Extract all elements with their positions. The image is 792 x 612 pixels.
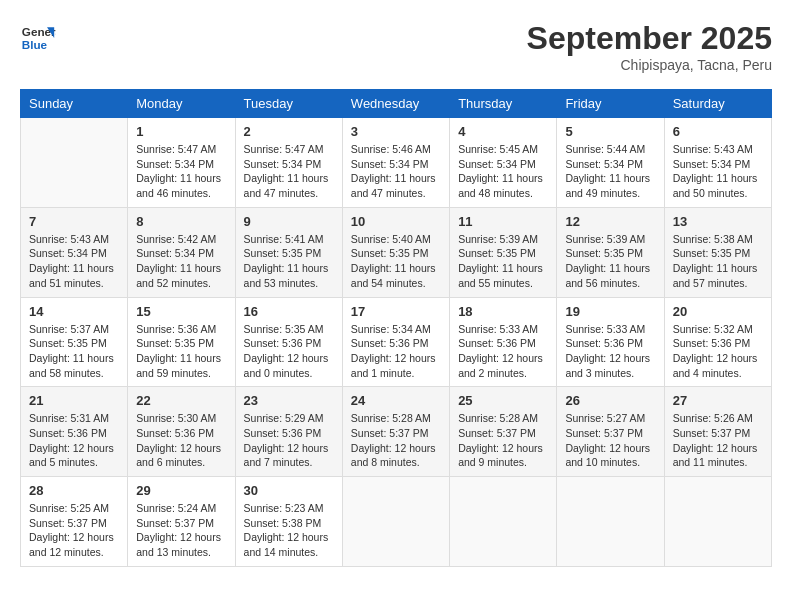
calendar-cell: 3Sunrise: 5:46 AM Sunset: 5:34 PM Daylig… [342,118,449,208]
calendar-cell [21,118,128,208]
calendar-cell: 7Sunrise: 5:43 AM Sunset: 5:34 PM Daylig… [21,207,128,297]
day-info: Sunrise: 5:31 AM Sunset: 5:36 PM Dayligh… [29,411,119,470]
day-number: 22 [136,393,226,408]
calendar-table: SundayMondayTuesdayWednesdayThursdayFrid… [20,89,772,567]
day-info: Sunrise: 5:27 AM Sunset: 5:37 PM Dayligh… [565,411,655,470]
day-info: Sunrise: 5:32 AM Sunset: 5:36 PM Dayligh… [673,322,763,381]
day-number: 30 [244,483,334,498]
day-number: 21 [29,393,119,408]
calendar-cell: 5Sunrise: 5:44 AM Sunset: 5:34 PM Daylig… [557,118,664,208]
weekday-header: Wednesday [342,90,449,118]
day-number: 28 [29,483,119,498]
day-info: Sunrise: 5:42 AM Sunset: 5:34 PM Dayligh… [136,232,226,291]
day-number: 8 [136,214,226,229]
calendar-cell: 30Sunrise: 5:23 AM Sunset: 5:38 PM Dayli… [235,477,342,567]
calendar-cell: 25Sunrise: 5:28 AM Sunset: 5:37 PM Dayli… [450,387,557,477]
day-number: 10 [351,214,441,229]
logo: General Blue [20,20,56,56]
calendar-cell [664,477,771,567]
calendar-cell: 15Sunrise: 5:36 AM Sunset: 5:35 PM Dayli… [128,297,235,387]
calendar-cell: 2Sunrise: 5:47 AM Sunset: 5:34 PM Daylig… [235,118,342,208]
calendar-cell: 12Sunrise: 5:39 AM Sunset: 5:35 PM Dayli… [557,207,664,297]
day-info: Sunrise: 5:33 AM Sunset: 5:36 PM Dayligh… [458,322,548,381]
day-number: 27 [673,393,763,408]
day-info: Sunrise: 5:35 AM Sunset: 5:36 PM Dayligh… [244,322,334,381]
day-info: Sunrise: 5:24 AM Sunset: 5:37 PM Dayligh… [136,501,226,560]
calendar-header-row: SundayMondayTuesdayWednesdayThursdayFrid… [21,90,772,118]
day-number: 16 [244,304,334,319]
weekday-header: Thursday [450,90,557,118]
calendar-cell: 10Sunrise: 5:40 AM Sunset: 5:35 PM Dayli… [342,207,449,297]
day-number: 26 [565,393,655,408]
weekday-header: Tuesday [235,90,342,118]
day-number: 19 [565,304,655,319]
day-info: Sunrise: 5:25 AM Sunset: 5:37 PM Dayligh… [29,501,119,560]
calendar-cell: 29Sunrise: 5:24 AM Sunset: 5:37 PM Dayli… [128,477,235,567]
day-number: 3 [351,124,441,139]
calendar-cell: 1Sunrise: 5:47 AM Sunset: 5:34 PM Daylig… [128,118,235,208]
day-info: Sunrise: 5:38 AM Sunset: 5:35 PM Dayligh… [673,232,763,291]
calendar-cell: 14Sunrise: 5:37 AM Sunset: 5:35 PM Dayli… [21,297,128,387]
calendar-cell: 17Sunrise: 5:34 AM Sunset: 5:36 PM Dayli… [342,297,449,387]
day-info: Sunrise: 5:33 AM Sunset: 5:36 PM Dayligh… [565,322,655,381]
day-number: 18 [458,304,548,319]
day-number: 23 [244,393,334,408]
calendar-week-row: 21Sunrise: 5:31 AM Sunset: 5:36 PM Dayli… [21,387,772,477]
calendar-week-row: 7Sunrise: 5:43 AM Sunset: 5:34 PM Daylig… [21,207,772,297]
day-info: Sunrise: 5:29 AM Sunset: 5:36 PM Dayligh… [244,411,334,470]
day-number: 11 [458,214,548,229]
weekday-header: Monday [128,90,235,118]
day-number: 15 [136,304,226,319]
day-info: Sunrise: 5:43 AM Sunset: 5:34 PM Dayligh… [673,142,763,201]
day-number: 4 [458,124,548,139]
day-info: Sunrise: 5:37 AM Sunset: 5:35 PM Dayligh… [29,322,119,381]
calendar-cell: 21Sunrise: 5:31 AM Sunset: 5:36 PM Dayli… [21,387,128,477]
day-number: 9 [244,214,334,229]
calendar-cell [450,477,557,567]
calendar-week-row: 28Sunrise: 5:25 AM Sunset: 5:37 PM Dayli… [21,477,772,567]
day-number: 2 [244,124,334,139]
month-title: September 2025 [527,20,772,57]
day-number: 7 [29,214,119,229]
day-number: 12 [565,214,655,229]
day-info: Sunrise: 5:39 AM Sunset: 5:35 PM Dayligh… [458,232,548,291]
day-number: 29 [136,483,226,498]
weekday-header: Sunday [21,90,128,118]
logo-icon: General Blue [20,20,56,56]
day-info: Sunrise: 5:30 AM Sunset: 5:36 PM Dayligh… [136,411,226,470]
day-info: Sunrise: 5:23 AM Sunset: 5:38 PM Dayligh… [244,501,334,560]
day-info: Sunrise: 5:47 AM Sunset: 5:34 PM Dayligh… [136,142,226,201]
calendar-cell: 26Sunrise: 5:27 AM Sunset: 5:37 PM Dayli… [557,387,664,477]
calendar-cell: 8Sunrise: 5:42 AM Sunset: 5:34 PM Daylig… [128,207,235,297]
day-number: 17 [351,304,441,319]
day-info: Sunrise: 5:40 AM Sunset: 5:35 PM Dayligh… [351,232,441,291]
day-info: Sunrise: 5:46 AM Sunset: 5:34 PM Dayligh… [351,142,441,201]
calendar-cell: 4Sunrise: 5:45 AM Sunset: 5:34 PM Daylig… [450,118,557,208]
day-info: Sunrise: 5:43 AM Sunset: 5:34 PM Dayligh… [29,232,119,291]
calendar-cell: 20Sunrise: 5:32 AM Sunset: 5:36 PM Dayli… [664,297,771,387]
calendar-week-row: 14Sunrise: 5:37 AM Sunset: 5:35 PM Dayli… [21,297,772,387]
day-info: Sunrise: 5:45 AM Sunset: 5:34 PM Dayligh… [458,142,548,201]
day-info: Sunrise: 5:28 AM Sunset: 5:37 PM Dayligh… [458,411,548,470]
weekday-header: Saturday [664,90,771,118]
day-info: Sunrise: 5:39 AM Sunset: 5:35 PM Dayligh… [565,232,655,291]
calendar-cell: 22Sunrise: 5:30 AM Sunset: 5:36 PM Dayli… [128,387,235,477]
calendar-week-row: 1Sunrise: 5:47 AM Sunset: 5:34 PM Daylig… [21,118,772,208]
location-subtitle: Chipispaya, Tacna, Peru [527,57,772,73]
calendar-cell: 11Sunrise: 5:39 AM Sunset: 5:35 PM Dayli… [450,207,557,297]
day-number: 14 [29,304,119,319]
calendar-cell: 9Sunrise: 5:41 AM Sunset: 5:35 PM Daylig… [235,207,342,297]
day-number: 1 [136,124,226,139]
calendar-cell: 28Sunrise: 5:25 AM Sunset: 5:37 PM Dayli… [21,477,128,567]
day-info: Sunrise: 5:44 AM Sunset: 5:34 PM Dayligh… [565,142,655,201]
day-number: 25 [458,393,548,408]
calendar-cell: 13Sunrise: 5:38 AM Sunset: 5:35 PM Dayli… [664,207,771,297]
day-number: 5 [565,124,655,139]
calendar-cell: 24Sunrise: 5:28 AM Sunset: 5:37 PM Dayli… [342,387,449,477]
day-info: Sunrise: 5:34 AM Sunset: 5:36 PM Dayligh… [351,322,441,381]
day-info: Sunrise: 5:26 AM Sunset: 5:37 PM Dayligh… [673,411,763,470]
day-info: Sunrise: 5:41 AM Sunset: 5:35 PM Dayligh… [244,232,334,291]
calendar-cell: 6Sunrise: 5:43 AM Sunset: 5:34 PM Daylig… [664,118,771,208]
svg-text:Blue: Blue [22,38,48,51]
calendar-cell: 16Sunrise: 5:35 AM Sunset: 5:36 PM Dayli… [235,297,342,387]
